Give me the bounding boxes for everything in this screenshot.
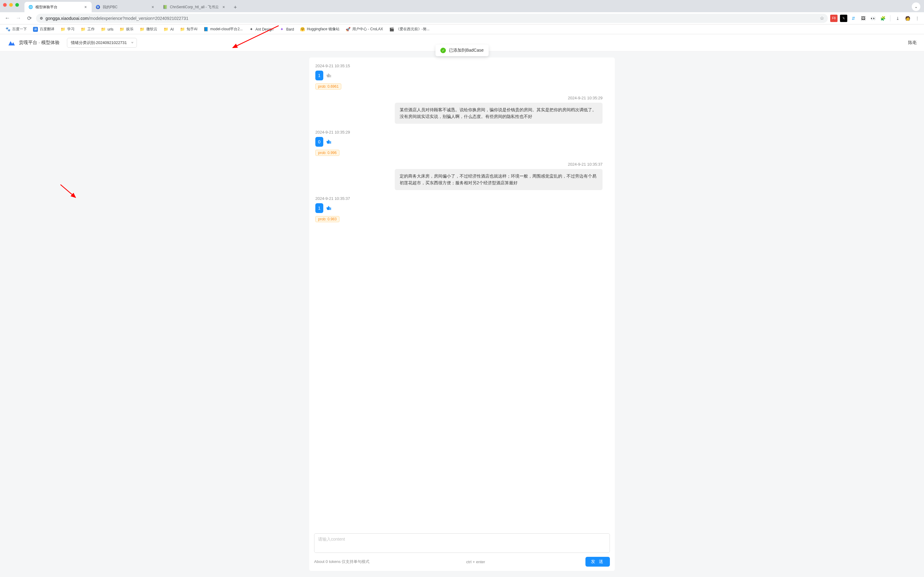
tab-title: ChnSentiCorp_htl_all - 飞书云 (170, 5, 219, 10)
window-minimize-button[interactable] (9, 3, 13, 7)
bookmark-item[interactable]: 🐾百度一下 (3, 25, 29, 33)
extension-icon[interactable]: 🖼 (860, 15, 867, 22)
profile-avatar[interactable]: 🧑 (904, 15, 911, 22)
bookmark-icon: 📁 (101, 27, 106, 32)
extensions-menu-icon[interactable]: 🧩 (879, 15, 886, 22)
tab-title: 模型体验平台 (35, 5, 80, 10)
browser-tab-0[interactable]: 🌐 模型体验平台 × (24, 2, 92, 12)
bookmark-icon: 译 (33, 27, 38, 32)
input-footer: About 0 tokens 仅支持单句模式 ctrl + enter 发 送 (314, 557, 610, 567)
user-name[interactable]: 陈亳 (908, 40, 917, 45)
extension-icon[interactable]: 👀 (869, 15, 877, 22)
message-timestamp: 2024-9-21 10:35:37 (316, 162, 602, 166)
svg-line-1 (61, 185, 76, 197)
content-area: 2024-9-21 10:35:151prob: 0.69612024-9-21… (0, 52, 924, 577)
bookmark-label: 微软云 (146, 27, 157, 32)
window-close-button[interactable] (3, 3, 7, 7)
chrome-menu-icon[interactable]: ⋮ (914, 15, 921, 22)
user-bubble: 定的商务大床房，房间偏小了，不过经济性酒店也就这样；环境一般，周围感觉蛮乱的，不… (395, 169, 602, 190)
svg-line-0 (233, 26, 278, 48)
favicon-icon: 🌐 (28, 5, 33, 10)
tab-title: 我的PBC (103, 5, 148, 10)
tab-overflow-button[interactable]: ⌄ (912, 2, 920, 11)
app-title: 贡嘎平台 · 模型体验 (19, 40, 60, 45)
bookmark-label: 知乎AI (187, 27, 197, 32)
annotation-arrow-2 (59, 183, 80, 201)
bookmark-icon: 🎬 (389, 27, 394, 32)
bookmark-label: 工作 (87, 27, 95, 32)
result-value-badge: 1 (316, 71, 323, 81)
bookmark-icon: 📁 (180, 27, 185, 32)
toast-text: 已添加到BadCase (449, 48, 484, 53)
thumbs-down-icon[interactable] (326, 206, 331, 211)
bookmark-label: 百度一下 (12, 27, 27, 32)
nav-forward-button[interactable]: → (14, 14, 23, 23)
result-value-badge: 0 (316, 137, 323, 147)
bookmark-item[interactable]: 📁微软云 (137, 25, 160, 33)
result-message: 2024-9-21 10:35:151prob: 0.6961 (316, 64, 602, 90)
thumbs-down-icon[interactable] (326, 73, 331, 78)
result-message: 2024-9-21 10:35:371prob: 0.983 (316, 196, 602, 222)
bookmark-icon: 🐾 (5, 27, 10, 32)
toast-notification: ✓ 已添加到BadCase (435, 45, 489, 56)
bookmark-item[interactable]: 📁娱乐 (117, 25, 136, 33)
bookmark-item[interactable]: 🤗Huggingface 镜像站 (298, 25, 342, 33)
extension-icon[interactable]: ⇵ (850, 15, 857, 22)
tab-close-icon[interactable]: × (83, 5, 88, 10)
bookmark-item[interactable]: 📁学习 (58, 25, 77, 33)
result-row: 1 (316, 203, 602, 213)
bookmark-icon: 📁 (61, 27, 65, 32)
bookmark-item[interactable]: 📁urls (98, 26, 116, 33)
tab-close-icon[interactable]: × (150, 5, 155, 10)
bookmark-item[interactable]: 📁工作 (78, 25, 97, 33)
star-icon[interactable]: ☆ (820, 15, 824, 21)
favicon-icon: 🧿 (95, 5, 100, 10)
browser-tab-1[interactable]: 🧿 我的PBC × (92, 2, 159, 12)
bookmark-item[interactable]: 📁AI (161, 26, 176, 33)
url-text: gongga.xiaoduoai.com/modelexperience?mod… (45, 16, 817, 21)
bookmark-label: Bard (286, 27, 294, 31)
bookmark-icon: 📁 (140, 27, 145, 32)
window-maximize-button[interactable] (15, 3, 19, 7)
result-row: 1 (316, 71, 602, 81)
bookmark-label: 《爱在西元前》-努... (396, 27, 430, 32)
bookmark-item[interactable]: 译百度翻译 (31, 25, 57, 33)
new-tab-button[interactable]: + (231, 3, 240, 11)
browser-tab-bar: 🌐 模型体验平台 × 🧿 我的PBC × 📗 ChnSentiCorp_htl_… (0, 0, 924, 12)
shortcut-hint: ctrl + enter (466, 559, 485, 564)
extension-icon[interactable]: F8 (830, 15, 837, 22)
bookmark-icon: 📁 (163, 27, 168, 32)
browser-tab-2[interactable]: 📗 ChnSentiCorp_htl_all - 飞书云 × (159, 2, 230, 12)
omnibox[interactable]: ⚙ gongga.xiaoduoai.com/modelexperience?m… (36, 14, 828, 23)
url-host: gongga.xiaoduoai.com (45, 16, 89, 21)
nav-back-button[interactable]: ← (3, 14, 11, 23)
model-select-value: 情绪分类识别-20240921022731 (71, 40, 127, 45)
extension-icon[interactable]: 𝕏 (840, 15, 847, 22)
bookmark-label: 学习 (67, 27, 74, 32)
bookmark-item[interactable]: 🎬《爱在西元前》-努... (387, 25, 432, 33)
check-icon: ✓ (440, 48, 446, 53)
chat-input[interactable] (314, 533, 610, 553)
result-value-badge: 1 (316, 203, 323, 213)
bookmark-item[interactable]: 📁知乎AI (177, 25, 200, 33)
thumbs-down-icon[interactable] (326, 139, 331, 144)
bookmark-label: urls (108, 27, 113, 31)
tab-close-icon[interactable]: × (221, 5, 226, 10)
token-hint: About 0 tokens 仅支持单句模式 (314, 559, 369, 564)
bookmark-item[interactable]: 🚀用户中心 - CroLAX (343, 25, 386, 33)
result-message: 2024-9-21 10:35:290prob: 0.996 (316, 130, 602, 156)
url-path: /modelexperience?model_version=202409210… (89, 16, 188, 21)
model-select-dropdown[interactable]: 情绪分类识别-20240921022731 (67, 38, 137, 48)
probability-tag: prob: 0.996 (316, 150, 340, 156)
bookmark-label: 用户中心 - CroLAX (352, 27, 383, 32)
bookmark-label: 娱乐 (126, 27, 134, 32)
nav-reload-button[interactable]: ⟳ (25, 14, 34, 23)
probability-tag: prob: 0.983 (316, 216, 340, 222)
favicon-icon: 📗 (163, 5, 167, 10)
message-timestamp: 2024-9-21 10:35:37 (316, 196, 602, 201)
site-settings-icon[interactable]: ⚙ (40, 16, 43, 21)
chat-scroll[interactable]: 2024-9-21 10:35:151prob: 0.69612024-9-21… (309, 58, 615, 530)
download-icon[interactable]: ⤓ (894, 15, 901, 22)
bookmark-icon: 🚀 (346, 27, 351, 32)
send-button[interactable]: 发 送 (586, 557, 610, 567)
